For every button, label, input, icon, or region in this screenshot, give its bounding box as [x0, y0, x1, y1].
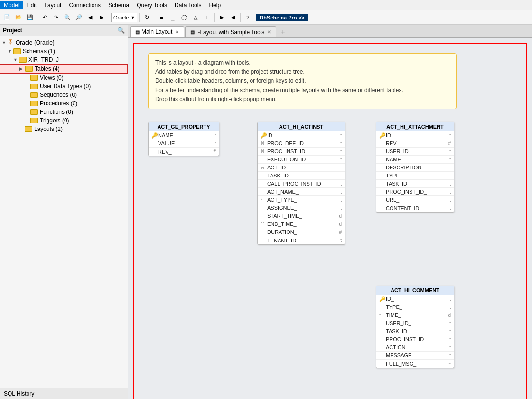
menu-edit[interactable]: Edit	[23, 1, 41, 9]
table-act-hi-attachment-header[interactable]: ACT_HI_ATTACHMENT	[376, 122, 454, 131]
tab-add-button[interactable]: +	[277, 26, 289, 37]
canvas[interactable]: This is a layout - a diagram with tools.…	[128, 38, 532, 399]
col-type: d	[339, 222, 342, 227]
layouts-folder-icon	[25, 126, 32, 132]
table-row: FULL_MSG_ ~	[376, 360, 454, 368]
table-row: REV_ #	[376, 139, 454, 148]
shape-btn[interactable]: △	[190, 12, 201, 23]
menu-schema[interactable]: Schema	[104, 1, 133, 9]
key-icon: 🔑	[261, 132, 267, 139]
nav-left[interactable]: ◀	[85, 12, 95, 23]
menu-model[interactable]: Model	[0, 1, 23, 9]
tree-tables[interactable]: ▶ Tables (4)	[0, 64, 128, 74]
sep1	[37, 13, 37, 22]
new-btn[interactable]: 📄	[2, 12, 12, 23]
table-row: 🔑 ID_ t	[258, 131, 345, 139]
text-btn[interactable]: T	[202, 12, 212, 23]
project-header: Project 🔍	[0, 25, 128, 36]
draw-btn[interactable]: ■	[156, 12, 167, 23]
redo-btn[interactable]: ↷	[51, 12, 61, 23]
table-act-hi-comment[interactable]: ACT_HI_COMMENT 🔑 ID_ t TYPE_ t *	[376, 286, 454, 368]
nav-right[interactable]: ▶	[96, 12, 107, 23]
menu-query-tools[interactable]: Query Tools	[133, 1, 171, 9]
col-type: t	[215, 133, 216, 138]
menu-layout[interactable]: Layout	[40, 1, 65, 9]
tree-oracle[interactable]: ▼ 🗄 Oracle {Oracle}	[0, 38, 128, 47]
zoom-out-btn[interactable]: 🔎	[74, 12, 84, 23]
col-name: USER_ID_	[386, 148, 448, 154]
oracle-selector[interactable]: Oracle ▼	[111, 13, 137, 22]
tree-schemas[interactable]: ▼ Schemas (1)	[0, 47, 128, 56]
sep4	[154, 13, 154, 22]
table-act-hi-actinst-header[interactable]: ACT_HI_ACTINST	[258, 122, 345, 131]
table-row: NAME_ t	[376, 156, 454, 164]
col-type: t	[340, 238, 342, 243]
tab-sample-tools[interactable]: ▦ ~Layout with Sample Tools ✕	[185, 26, 276, 37]
tree-sequences[interactable]: Sequences (0)	[0, 91, 128, 99]
triggers-folder-icon	[30, 118, 38, 123]
open-btn[interactable]: 📂	[13, 12, 24, 23]
menu-data-tools[interactable]: Data Tools	[171, 1, 205, 9]
tree-xir-trd-j[interactable]: ▼ XIR_TRD_J	[0, 56, 128, 64]
tab-area: ▦ Main Layout ✕ ▦ ~Layout with Sample To…	[128, 25, 532, 399]
table-act-ge-property[interactable]: ACT_GE_PROPERTY 🔑 NAME_ t VALUE_ t	[148, 122, 219, 156]
sql-history[interactable]: SQL History	[0, 388, 128, 399]
tree-layouts[interactable]: Layouts (2)	[0, 125, 128, 133]
tree-userdata[interactable]: User Data Types (0)	[0, 82, 128, 91]
col-name: TASK_ID_	[386, 181, 448, 186]
fk-icon: ⌘	[261, 149, 267, 154]
col-name: ACT_NAME_	[267, 189, 338, 195]
table-row: ⌘ PROC_DEF_ID_ t	[258, 139, 345, 148]
tab-main-layout[interactable]: ▦ Main Layout ✕	[130, 26, 184, 37]
table-row: USER_ID_ t	[376, 319, 454, 327]
menu-help[interactable]: Help	[205, 1, 224, 9]
col-type: t	[340, 157, 342, 162]
col-type: d	[339, 213, 342, 219]
col-name: EXECUTION_ID_	[267, 157, 338, 162]
table-act-ge-property-header[interactable]: ACT_GE_PROPERTY	[149, 122, 219, 131]
tab-sample-tools-icon: ▦	[190, 29, 195, 35]
col-type: t	[449, 149, 451, 154]
table-act-hi-comment-header[interactable]: ACT_HI_COMMENT	[376, 286, 454, 295]
tree-functions[interactable]: Functions (0)	[0, 108, 128, 116]
help-btn[interactable]: ?	[243, 12, 253, 23]
save-btn[interactable]: 💾	[25, 12, 35, 23]
undo-btn[interactable]: ↶	[39, 12, 50, 23]
table-act-hi-attachment[interactable]: ACT_HI_ATTACHMENT 🔑 ID_ t REV_ #	[376, 122, 454, 213]
schemas-folder-icon	[13, 48, 21, 54]
callout-line-3: Double-click table headers, columns, or …	[155, 76, 449, 85]
tree-triggers[interactable]: Triggers (0)	[0, 116, 128, 125]
tree-procedures[interactable]: Procedures (0)	[0, 99, 128, 108]
oracle-arrow: ▼	[131, 15, 135, 20]
col-name: REV_	[158, 149, 211, 155]
menu-connections[interactable]: Connections	[65, 1, 104, 9]
col-name: ACT_TYPE_	[267, 197, 338, 203]
col-type: t	[449, 337, 451, 342]
dbschema-badge[interactable]: DbSchema Pro >>	[256, 14, 308, 21]
zoom-in-btn[interactable]: 🔍	[62, 12, 73, 23]
sep3	[139, 13, 140, 22]
export-btn[interactable]: ▶	[216, 12, 227, 23]
project-panel: Project 🔍 ▼ 🗄 Oracle {Oracle} ▼ Schemas …	[0, 25, 128, 399]
userdata-folder-icon	[30, 84, 38, 89]
circle-btn[interactable]: ◯	[179, 12, 189, 23]
table-row: TASK_ID_ t	[258, 172, 345, 180]
col-type: #	[448, 141, 451, 146]
line-btn[interactable]: ⎯	[168, 12, 178, 23]
views-folder-icon	[30, 75, 38, 81]
col-name: ID_	[267, 132, 338, 138]
table-row: ACT_NAME_ t	[258, 188, 345, 196]
search-icon[interactable]: 🔍	[117, 27, 125, 34]
tab-main-layout-close[interactable]: ✕	[175, 29, 179, 35]
tree-views[interactable]: Views (0)	[0, 74, 128, 82]
fk-icon: ⌘	[261, 141, 267, 146]
col-name: PROC_INST_ID_	[267, 148, 338, 154]
table-row: PROC_INST_ID_ t	[376, 188, 454, 196]
refresh-btn[interactable]: ↻	[141, 12, 152, 23]
import-btn[interactable]: ◀	[228, 12, 238, 23]
table-row: ⌘ END_TIME_ d	[258, 220, 345, 228]
table-act-hi-actinst[interactable]: ACT_HI_ACTINST 🔑 ID_ t ⌘ PROC_DEF_ID_ t	[257, 122, 345, 245]
tab-sample-tools-close[interactable]: ✕	[267, 29, 271, 35]
col-type: #	[339, 230, 342, 235]
col-name: TASK_ID_	[386, 328, 448, 334]
